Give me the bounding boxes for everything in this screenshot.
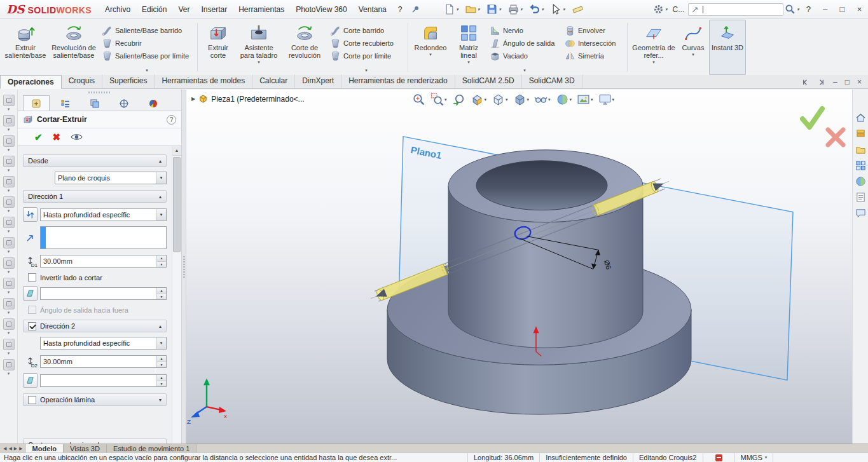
draft-1-button[interactable] — [23, 286, 38, 301]
chevron-down-icon[interactable]: ▾ — [467, 60, 470, 65]
confirm-ok-button[interactable] — [799, 106, 825, 130]
chevron-down-icon[interactable]: ▾ — [541, 7, 544, 12]
tab-herramientas-renderizado[interactable]: Herramientas de renderizado — [341, 74, 455, 88]
chevron-down-icon[interactable]: ▾ — [652, 60, 655, 65]
draft-outward-checkbox[interactable] — [28, 306, 36, 314]
pin-menu-icon[interactable] — [411, 5, 420, 13]
chevron-down-icon[interactable]: ▾ — [8, 168, 10, 172]
sketch-tool-icon[interactable]: ▾ — [3, 339, 15, 355]
forum-icon[interactable] — [855, 208, 866, 219]
detailed-preview-button[interactable] — [71, 133, 83, 141]
chevron-down-icon[interactable]: ▾ — [570, 97, 572, 102]
draft-angle-1-input[interactable]: ▲▼ — [40, 287, 167, 300]
sketch-tool-icon[interactable]: ▾ — [3, 196, 15, 213]
measure-tool-button[interactable] — [571, 3, 584, 16]
search-button[interactable]: ▾ — [783, 3, 801, 16]
view-palette-icon[interactable] — [855, 160, 866, 171]
scroll-up-button[interactable]: ▲ — [172, 146, 181, 156]
sketch-tool-icon[interactable]: ▾ — [3, 318, 15, 335]
confirm-cancel-button[interactable] — [825, 126, 846, 148]
section-direccion-2[interactable]: Dirección 2 ▴ — [23, 320, 167, 332]
tab-solidcam-3d[interactable]: SolidCAM 3D — [522, 74, 582, 88]
next-tab-button[interactable]: ▶ — [14, 446, 17, 451]
chevron-down-icon[interactable]: ▾ — [8, 371, 10, 376]
spin-down-icon[interactable]: ▼ — [157, 381, 166, 387]
tab-calcular[interactable]: Calcular — [252, 74, 295, 88]
chevron-down-icon[interactable]: ▾ — [8, 127, 10, 132]
ribbon-instant-3d[interactable]: Instant 3D — [709, 20, 746, 75]
ribbon-matriz-lineal[interactable]: Matriz lineal ▾ — [450, 20, 487, 75]
tab-display-manager[interactable] — [140, 95, 167, 111]
tab-dimxpert-manager[interactable] — [111, 95, 137, 111]
chevron-down-icon[interactable]: ▾ — [548, 97, 551, 102]
chevron-down-icon[interactable]: ▾ — [444, 97, 447, 102]
sketch-tool-icon[interactable]: ▾ — [3, 359, 15, 376]
menu-insertar[interactable]: Insertar — [195, 1, 233, 18]
menu-photoview[interactable]: PhotoView 360 — [290, 1, 353, 18]
ribbon-corte-revolucion[interactable]: Corte de revolución — [282, 20, 327, 75]
collapsed-toolbar-label[interactable]: C... — [669, 5, 689, 14]
sketch-tool-icon[interactable]: ▾ — [3, 237, 15, 254]
sketch-tool-icon[interactable]: ▾ — [3, 176, 15, 193]
chevron-down-icon[interactable]: ▾ — [429, 52, 432, 57]
chevron-down-icon[interactable]: ▾ — [8, 208, 10, 213]
ribbon-simetria[interactable]: Simetría — [562, 50, 624, 62]
sketch-tool-icon[interactable]: ▾ — [3, 278, 15, 294]
chevron-down-icon[interactable]: ▾ — [156, 337, 166, 349]
close-button[interactable]: × — [851, 1, 868, 18]
section-operacion-lamina[interactable]: Operación lámina ▾ — [23, 393, 167, 406]
search-input[interactable] — [688, 3, 783, 16]
maximize-button[interactable]: □ — [834, 1, 851, 18]
tab-estudio-de-movimiento-1[interactable]: Estudio de movimiento 1 — [107, 444, 196, 452]
tab-dimxpert[interactable]: DimXpert — [295, 74, 341, 88]
menu-ventana[interactable]: Ventana — [353, 1, 392, 18]
zoom-fit-button[interactable] — [412, 93, 425, 106]
chevron-down-icon[interactable]: ▾ — [156, 172, 166, 184]
chevron-down-icon[interactable]: ▾ — [258, 60, 260, 65]
menu-herramientas[interactable]: Herramientas — [233, 1, 290, 18]
ribbon-corte-por-limite[interactable]: Corte por límite — [327, 50, 405, 62]
ribbon-revolucion-saliente-base[interactable]: Revolución de saliente/base — [48, 20, 99, 75]
chevron-down-icon[interactable]: ▾ — [456, 7, 458, 12]
chevron-down-icon[interactable]: ▾ — [506, 97, 508, 102]
chevron-down-icon[interactable]: ▾ — [692, 52, 694, 57]
chevron-down-icon[interactable]: ▾ — [527, 97, 530, 102]
menu-ayuda[interactable]: ? — [392, 1, 408, 18]
ribbon-nervio[interactable]: Nervio — [487, 24, 562, 37]
scrollbar-thumb[interactable] — [173, 157, 181, 252]
draft-2-button[interactable] — [23, 373, 38, 388]
ribbon-extruir-saliente-base[interactable]: Extruir saliente/base — [3, 20, 48, 75]
operacion-lamina-checkbox[interactable] — [28, 396, 36, 404]
pane-right-icon[interactable] — [817, 78, 825, 86]
chevron-down-icon[interactable]: ▾ — [8, 147, 10, 152]
chevron-down-icon[interactable]: ▾ — [146, 68, 148, 73]
tab-solidcam-25d[interactable]: SolidCAM 2.5D — [455, 74, 522, 88]
ribbon-interseccion[interactable]: Intersección — [562, 37, 624, 50]
prev-tab-button[interactable]: ◀ — [8, 446, 11, 451]
first-tab-button[interactable]: ◀ — [3, 446, 6, 451]
doc-close-button[interactable]: × — [857, 76, 862, 88]
feature-tree-expand-icon[interactable]: ▶ — [191, 96, 195, 102]
cancel-button[interactable]: ✖ — [53, 132, 61, 143]
help-icon[interactable]: ? — [167, 115, 176, 125]
reverse-direction-button[interactable] — [23, 207, 38, 222]
ribbon-envolver[interactable]: Envolver — [562, 24, 624, 37]
chevron-down-icon[interactable]: ▾ — [523, 68, 526, 73]
ribbon-geometria-referencia[interactable]: Geometría de refer... ▾ — [630, 20, 677, 75]
chevron-down-icon[interactable]: ▾ — [499, 7, 501, 12]
tab-croquis[interactable]: Croquis — [62, 74, 102, 88]
chevron-down-icon[interactable]: ▾ — [612, 97, 615, 102]
ribbon-extruir-corte[interactable]: Extruir corte — [200, 20, 236, 75]
chevron-down-icon[interactable]: ▾ — [563, 7, 565, 12]
chevron-down-icon[interactable]: ▾ — [797, 7, 799, 12]
tab-superficies[interactable]: Superficies — [102, 74, 155, 88]
tab-herramientas-moldes[interactable]: Herramientas de moldes — [155, 74, 252, 88]
sketch-tool-icon[interactable]: ▾ — [3, 135, 15, 152]
apply-scene-button[interactable]: ▾ — [577, 93, 593, 106]
chevron-down-icon[interactable]: ▾ — [520, 7, 523, 12]
direction-1-reference-box[interactable] — [40, 226, 167, 249]
ribbon-angulo-salida[interactable]: Ángulo de salida — [487, 37, 562, 50]
tab-modelo[interactable]: Modelo — [26, 444, 64, 452]
flip-side-checkbox[interactable] — [28, 273, 36, 282]
menu-ver[interactable]: Ver — [172, 1, 195, 18]
